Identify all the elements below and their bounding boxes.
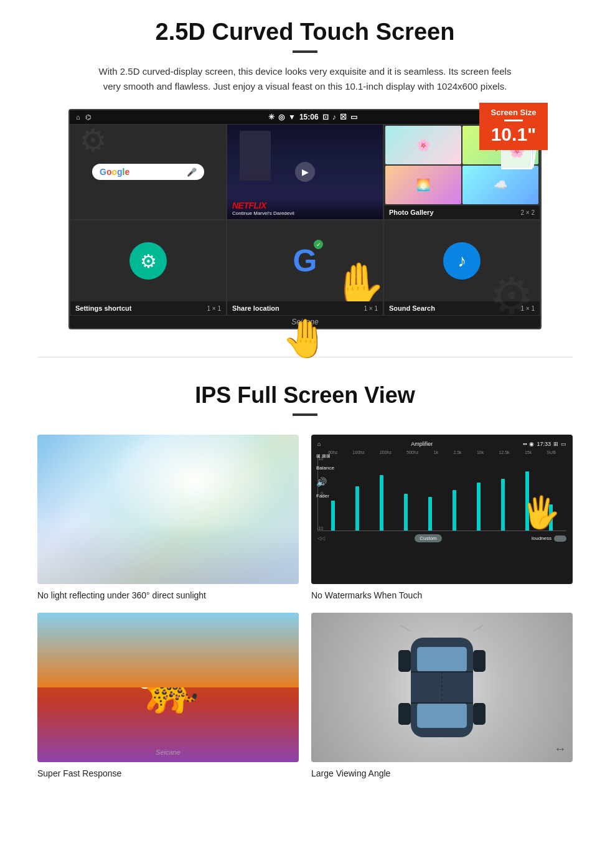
netflix-cell-bg: ▶ NETFLIX Continue Marvel's Daredevil [227, 125, 383, 219]
google-g-red2: e [124, 167, 129, 177]
share-cell-bg: G ✓ 🤚 [227, 220, 383, 301]
app-grid-row2: ⚙ ⚙ ⚙ Settings shortcut 1 × 1 [70, 220, 540, 316]
eq-bar-5 [428, 497, 432, 531]
section-curved-screen: 2.5D Curved Touch Screen With 2.5D curve… [0, 0, 610, 338]
status-center: ✳ ◎ ▼ 15:06 ⊡ ♪ ☒ ▭ [268, 113, 357, 121]
settings-app-cell[interactable]: ⚙ ⚙ ⚙ Settings shortcut 1 × 1 [70, 220, 227, 316]
section2-underline [293, 413, 317, 416]
section2-title: IPS Full Screen View [37, 382, 573, 408]
freq-15k: 15k [525, 450, 532, 455]
netflix-subtitle: Continue Marvel's Daredevil [232, 210, 378, 216]
settings-label-row: Settings shortcut 1 × 1 [70, 301, 226, 315]
settings-cell-bg: ⚙ ⚙ ⚙ [70, 220, 226, 301]
feature-cheetah: 🐆 Seicane Super Fast Response [37, 613, 299, 778]
title-underline [293, 50, 317, 53]
eq-bar-8 [501, 479, 505, 531]
share-app-size: 1 × 1 [364, 305, 378, 312]
gallery-app-name: Photo Gallery [389, 209, 434, 216]
status-left: ⌂ ⌬ [76, 113, 92, 121]
share-app-name: Share location [232, 304, 279, 312]
loudness-toggle[interactable] [554, 535, 566, 542]
google-g-yellow: o [111, 167, 117, 177]
equalizer-image: ⌂ Amplifier ▪▪ ◉ 17:33 ⊞ ▭ 60hz 100 [311, 435, 573, 584]
flower-icon: 🌸 [385, 126, 461, 164]
eq-bar-6 [453, 490, 456, 531]
ground-reflection [37, 524, 299, 584]
equalizer-label: No Watermarks When Touch [311, 590, 573, 600]
eq-time: 17:33 [537, 441, 551, 447]
home-icon: ⌂ [76, 113, 80, 121]
music-note-icon: ♪ [458, 251, 466, 271]
eq-home-icon: ⌂ [317, 441, 321, 447]
cheetah-bg: 🐆 Seicane [37, 613, 299, 762]
sky-icon: ☁️ [462, 166, 538, 204]
view-angle-indicator: ↔ [554, 742, 566, 756]
touching-hand: 🤚 [282, 316, 329, 361]
freq-10k: 10k [477, 450, 484, 455]
freq-1k: 1k [434, 450, 438, 455]
freq-2-5k: 2.5k [453, 450, 461, 455]
freq-100hz: 100hz [353, 450, 365, 455]
app-grid-row1: Google 🎤 Google 3 × 1 [70, 124, 540, 220]
svg-rect-5 [398, 650, 411, 672]
car-image: ↔ [311, 613, 573, 762]
eq-sliders-icon: ⊞ ⊞⊞ [316, 453, 334, 459]
sunlight-image [37, 435, 299, 584]
gallery-label-row: Photo Gallery 2 × 2 [384, 205, 540, 219]
freq-12-5k: 12.5k [499, 450, 509, 455]
camera-icon: ⊡ [322, 113, 329, 121]
share-app-cell[interactable]: G ✓ 🤚 Share location 1 × 1 [227, 220, 383, 316]
sound-app-name: Sound Search [389, 304, 435, 312]
screen-badge-divider [504, 120, 523, 121]
svg-rect-2 [417, 703, 467, 728]
netflix-app-cell[interactable]: ▶ NETFLIX Continue Marvel's Daredevil Ne… [227, 124, 383, 220]
eq-side-labels: ⊞ ⊞⊞ Balance 🔊 Fader [316, 453, 334, 499]
sunset-icon: 🌅 [385, 166, 461, 204]
eq-footer: ◁◁ Custom loudness [317, 534, 566, 542]
cheetah-image: 🐆 Seicane [37, 613, 299, 762]
wifi-icon: ▼ [288, 113, 296, 121]
feature-grid: No light reflecting under 360° direct su… [37, 435, 573, 778]
eq-freq-labels: 60hz 100hz 200hz 500hz 1k 2.5k 10k 12.5k… [317, 450, 566, 455]
netflix-overlay: NETFLIX Continue Marvel's Daredevil [227, 197, 383, 219]
eq-fader-label: Fader [316, 493, 334, 499]
screen-size-badge: Screen Size 10.1" [479, 103, 548, 150]
eq-amplifier-label: Amplifier [411, 441, 433, 447]
time-display: 15:06 [299, 113, 319, 121]
google-g-blue: G [100, 167, 106, 177]
location-icon: ◎ [278, 113, 284, 121]
gallery-app-size: 2 × 2 [520, 209, 535, 216]
screen-mockup-wrapper: Screen Size 10.1" ⌂ ⌬ ✳ ◎ ▼ 15:06 ⊡ ♪ ☒ [68, 109, 542, 329]
eq-bg: ⌂ Amplifier ▪▪ ◉ 17:33 ⊞ ▭ 60hz 100 [311, 435, 573, 584]
eq-custom-btn[interactable]: Custom [415, 534, 442, 542]
google-search-bar[interactable]: Google 🎤 [92, 164, 204, 180]
cheetah-watermark: Seicane [156, 748, 181, 756]
svg-line-11 [473, 625, 492, 631]
screen-badge-label: Screen Size [488, 108, 539, 117]
android-screen: ⌂ ⌬ ✳ ◎ ▼ 15:06 ⊡ ♪ ☒ ▭ [68, 109, 542, 329]
mic-icon: 🎤 [187, 167, 197, 177]
volume-icon: ♪ [332, 113, 336, 121]
google-g-red: o [106, 167, 112, 177]
google-logo: Google [100, 167, 129, 177]
section1-description: With 2.5D curved-display screen, this de… [93, 64, 517, 94]
photo-thumb-4: ☁️ [462, 166, 538, 204]
svg-line-10 [392, 625, 411, 631]
eq-bars-area: 10 0 -10 [317, 456, 566, 531]
status-bar: ⌂ ⌬ ✳ ◎ ▼ 15:06 ⊡ ♪ ☒ ▭ [70, 110, 540, 124]
battery-icon: ☒ [340, 113, 347, 121]
cheetah-label: Super Fast Response [37, 768, 299, 778]
loudness-label: loudness [532, 535, 551, 541]
settings-icon-circle: ⚙ [129, 242, 167, 280]
car-top-view-svg [392, 625, 492, 750]
svg-rect-1 [417, 647, 467, 672]
eq-bar-1 [331, 501, 335, 531]
eq-y-minus10: -10 [317, 526, 323, 531]
netflix-play-button[interactable]: ▶ [295, 162, 315, 182]
bluetooth-icon: ✳ [268, 113, 274, 121]
share-label-row: Share location 1 × 1 [227, 301, 383, 315]
feature-sunlight: No light reflecting under 360° direct su… [37, 435, 299, 600]
cheetah-sky [37, 613, 299, 687]
music-icon-circle: ♪ [443, 242, 481, 280]
signal-icon: ▭ [350, 113, 357, 121]
